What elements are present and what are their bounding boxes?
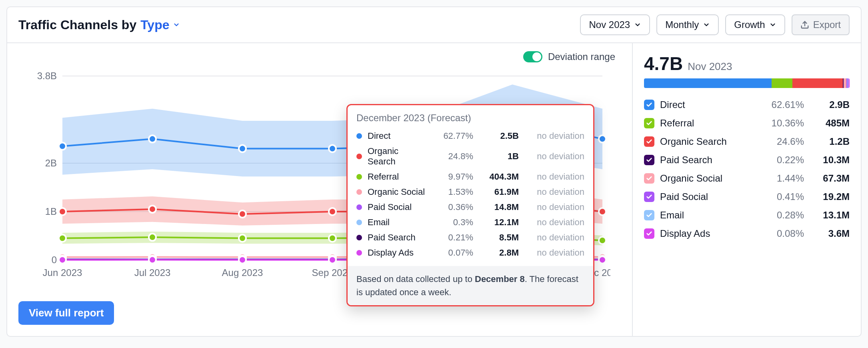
tooltip-series-value: 14.8M — [479, 202, 519, 212]
tooltip-series-pct: 62.77% — [433, 131, 473, 141]
legend-value: 1.2B — [810, 136, 850, 147]
legend-row[interactable]: Organic Social1.44%67.3M — [644, 173, 850, 184]
tooltip-row: Display Ads0.07%2.8Mno deviation — [356, 245, 584, 260]
tooltip-series-name: Email — [368, 217, 428, 228]
tooltip-series-value: 1B — [479, 151, 519, 162]
legend-checkbox[interactable] — [644, 210, 654, 220]
legend-value: 485M — [810, 118, 850, 129]
check-icon — [646, 212, 652, 218]
tooltip-series-name: Paid Search — [368, 232, 428, 243]
tooltip-title: December 2023 (Forecast) — [348, 105, 593, 128]
tooltip-row: Direct62.77%2.5Bno deviation — [356, 128, 584, 144]
chart-pane: Deviation range 01B2B3.8BJun 2023Jul 202… — [7, 43, 633, 336]
tooltip-series-deviation: no deviation — [524, 232, 584, 243]
legend-checkbox[interactable] — [644, 100, 654, 110]
chevron-down-icon — [173, 21, 180, 28]
series-dot-icon — [356, 174, 362, 180]
tooltip-row: Referral9.97%404.3Mno deviation — [356, 169, 584, 184]
check-icon — [646, 194, 652, 200]
tooltip-series-name: Display Ads — [368, 248, 428, 258]
stacked-bar — [644, 78, 850, 88]
card-body: Deviation range 01B2B3.8BJun 2023Jul 202… — [7, 43, 861, 336]
legend-row[interactable]: Referral10.36%485M — [644, 118, 850, 129]
traffic-channels-card: Traffic Channels by Type Nov 2023 Monthl… — [6, 6, 862, 337]
legend-name: Referral — [660, 118, 754, 129]
metric-label: Growth — [734, 19, 765, 30]
legend-value: 3.6M — [810, 228, 850, 239]
legend-name: Paid Social — [660, 191, 754, 202]
svg-point-17 — [149, 135, 156, 142]
tooltip-series-pct: 0.07% — [433, 248, 473, 258]
legend-value: 10.3M — [810, 154, 850, 166]
legend-pct: 24.6% — [760, 136, 804, 147]
deviation-toggle[interactable] — [523, 51, 542, 62]
legend-name: Display Ads — [660, 228, 754, 239]
tooltip-series-value: 404.3M — [479, 172, 519, 182]
forecast-tooltip: December 2023 (Forecast) Direct62.77%2.5… — [346, 104, 594, 306]
chart-area[interactable]: 01B2B3.8BJun 2023Jul 2023Aug 2023Sep 202… — [18, 68, 621, 292]
legend-row[interactable]: Direct62.61%2.9B — [644, 99, 850, 110]
legend-checkbox[interactable] — [644, 155, 654, 165]
legend-row[interactable]: Organic Search24.6%1.2B — [644, 136, 850, 147]
legend-pct: 0.08% — [760, 228, 804, 239]
chevron-down-icon — [634, 21, 641, 28]
summary-total: 4.7B Nov 2023 — [644, 53, 850, 74]
svg-point-23 — [59, 208, 66, 215]
legend-pct: 62.61% — [760, 99, 804, 110]
tooltip-series-deviation: no deviation — [524, 202, 584, 212]
chevron-down-icon — [769, 21, 776, 28]
legend-pct: 0.22% — [760, 154, 804, 166]
svg-point-66 — [149, 256, 156, 264]
export-label: Export — [813, 19, 841, 30]
type-dropdown[interactable]: Type — [140, 18, 180, 32]
series-dot-icon — [356, 133, 362, 139]
tooltip-rows: Direct62.77%2.5Bno deviationOrganic Sear… — [348, 128, 593, 266]
export-button[interactable]: Export — [792, 14, 850, 35]
legend-checkbox[interactable] — [644, 192, 654, 202]
check-icon — [646, 157, 652, 163]
legend-row[interactable]: Email0.28%13.1M — [644, 210, 850, 221]
upload-icon — [800, 20, 809, 29]
legend-row[interactable]: Paid Social0.41%19.2M — [644, 191, 850, 202]
tooltip-row: Paid Social0.36%14.8Mno deviation — [356, 200, 584, 215]
tooltip-series-value: 61.9M — [479, 187, 519, 197]
tooltip-series-value: 2.8M — [479, 248, 519, 258]
legend-row[interactable]: Paid Search0.22%10.3M — [644, 154, 850, 166]
legend-checkbox[interactable] — [644, 173, 654, 184]
svg-point-31 — [149, 234, 156, 241]
tooltip-series-deviation: no deviation — [524, 187, 584, 197]
legend-value: 67.3M — [810, 173, 850, 184]
stacked-segment — [848, 78, 850, 88]
svg-point-71 — [599, 256, 606, 264]
svg-point-19 — [329, 145, 336, 152]
tooltip-series-pct: 1.53% — [433, 187, 473, 197]
tooltip-series-name: Direct — [368, 131, 428, 141]
tooltip-series-pct: 9.97% — [433, 172, 473, 182]
interval-select[interactable]: Monthly — [656, 14, 719, 35]
date-range-select[interactable]: Nov 2023 — [580, 14, 650, 35]
legend-row[interactable]: Display Ads0.08%3.6M — [644, 228, 850, 239]
legend-checkbox[interactable] — [644, 136, 654, 147]
svg-point-36 — [599, 237, 606, 244]
tooltip-series-value: 12.1M — [479, 217, 519, 228]
title-prefix: Traffic Channels by — [18, 18, 136, 32]
svg-text:1B: 1B — [45, 206, 57, 217]
check-icon — [646, 120, 652, 126]
total-period: Nov 2023 — [688, 60, 732, 73]
tooltip-row: Paid Search0.21%8.5Mno deviation — [356, 230, 584, 245]
svg-text:0: 0 — [52, 254, 57, 265]
series-dot-icon — [356, 220, 362, 225]
check-icon — [646, 102, 652, 108]
check-icon — [646, 175, 652, 182]
tooltip-series-deviation: no deviation — [524, 131, 584, 141]
legend-checkbox[interactable] — [644, 118, 654, 128]
view-full-report-button[interactable]: View full report — [18, 301, 114, 325]
tooltip-series-pct: 0.36% — [433, 202, 473, 212]
metric-select[interactable]: Growth — [725, 14, 785, 35]
total-value: 4.7B — [644, 53, 683, 74]
legend-checkbox[interactable] — [644, 228, 654, 239]
tooltip-row: Organic Social1.53%61.9Mno deviation — [356, 184, 584, 200]
summary-pane: 4.7B Nov 2023 Direct62.61%2.9BReferral10… — [633, 43, 861, 336]
legend-pct: 0.28% — [760, 210, 804, 221]
interval-label: Monthly — [665, 19, 699, 30]
